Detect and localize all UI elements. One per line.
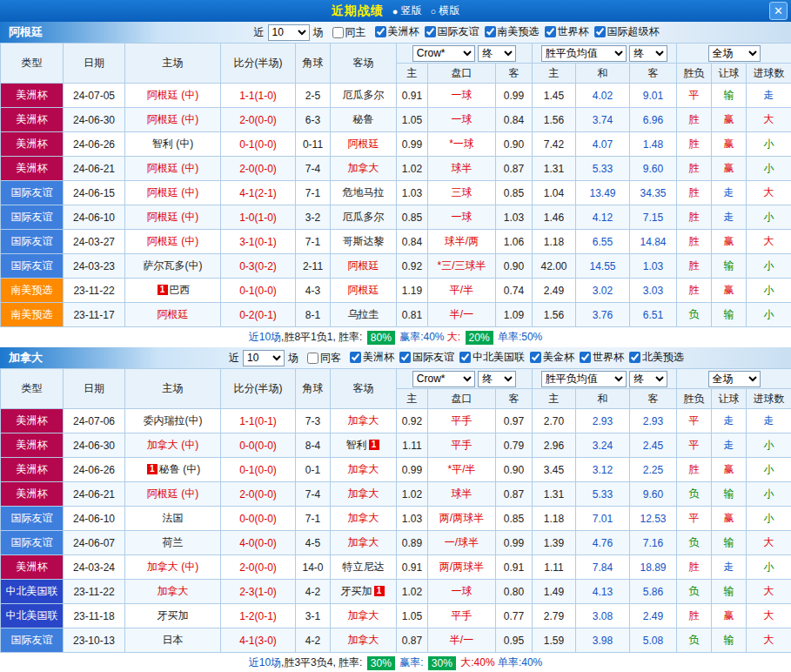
- fulltime-select[interactable]: 全场: [708, 371, 761, 387]
- fulltime-header: 全场: [677, 44, 791, 64]
- competition-checkbox[interactable]: [580, 352, 591, 363]
- team-name: 阿根廷: [348, 138, 379, 150]
- competition-filter[interactable]: 北美预选: [629, 350, 684, 365]
- away-team-cell: 秘鲁: [331, 108, 397, 132]
- wdl-result-cell: 平: [677, 433, 712, 458]
- competition-filter[interactable]: 美金杯: [530, 350, 574, 365]
- competition-filter[interactable]: 南美预选: [485, 24, 540, 39]
- competition-checkbox[interactable]: [425, 26, 436, 37]
- wdl-result-cell: 平: [677, 409, 712, 433]
- same-venue-checkbox[interactable]: [332, 27, 344, 38]
- wdl-result-cell: 胜: [677, 205, 712, 230]
- competition-checkbox[interactable]: [530, 352, 541, 363]
- competition-checkbox[interactable]: [399, 352, 411, 363]
- wdl-stage-select[interactable]: 终: [629, 371, 667, 387]
- close-button[interactable]: ✕: [769, 2, 788, 20]
- corner-cell: 8-4: [296, 433, 331, 458]
- fulltime-select[interactable]: 全场: [708, 45, 761, 62]
- competition-checkbox[interactable]: [459, 352, 471, 363]
- handicap-cell: 一/球半: [428, 531, 496, 555]
- lose-odds-cell: 9.60: [630, 157, 677, 181]
- date-column-header: 日期: [64, 369, 125, 409]
- handicap-result-cell: 输: [712, 531, 747, 555]
- odds-stage-select[interactable]: 终: [478, 371, 516, 387]
- odds-stage-select[interactable]: 终: [478, 45, 516, 62]
- lose-odds-cell: 7.16: [630, 531, 677, 555]
- lose-odds-cell: 18.89: [630, 555, 677, 580]
- handicap-cell: 三球: [428, 181, 496, 205]
- home-team-cell: 牙买加: [125, 604, 221, 628]
- competition-filter[interactable]: 世界杯: [580, 350, 624, 365]
- competition-filter[interactable]: 世界杯: [545, 24, 589, 39]
- home-team-cell: 荷兰: [125, 531, 221, 555]
- lose-odds-cell: 5.08: [630, 628, 677, 653]
- handicap-result-cell: 赢: [712, 132, 747, 157]
- competition-filters: 美洲杯国际友谊南美预选世界杯国际超级杯: [370, 24, 660, 40]
- lose-odds-cell: 7.15: [630, 205, 677, 230]
- competition-filter[interactable]: 美洲杯: [375, 24, 419, 39]
- wdl-average-select[interactable]: 胜平负均值: [541, 371, 627, 387]
- away-odds-cell: 0.91: [496, 555, 533, 580]
- match-row: 南美预选23-11-221巴西0-1(0-0)4-3阿根廷1.19平/半0.74…: [1, 279, 791, 303]
- wdl-result-cell: 负: [677, 580, 712, 604]
- competition-filter[interactable]: 国际友谊: [399, 350, 454, 365]
- odds-company-select[interactable]: Crow*: [412, 371, 475, 387]
- competition-checkbox[interactable]: [545, 26, 556, 37]
- wdl-average-select[interactable]: 胜平负均值: [541, 45, 627, 62]
- team-name: 加拿大: [348, 536, 379, 548]
- subheader-away-odds: 客: [496, 64, 533, 84]
- wdl-result-cell: 负: [677, 482, 712, 507]
- same-venue-filter[interactable]: 同主: [332, 25, 366, 40]
- handicap-result-cell: 走: [712, 181, 747, 205]
- competition-cell: 国际友谊: [1, 531, 64, 555]
- wdl-result-cell: 负: [677, 628, 712, 653]
- home-team-cell: 阿根廷: [125, 303, 221, 327]
- win-odds-cell: 1.49: [533, 580, 576, 604]
- away-odds-cell: 0.90: [496, 458, 533, 482]
- date-cell: 24-06-10: [64, 507, 125, 531]
- handicap-result-cell: 赢: [712, 279, 747, 303]
- subheader-goals-result: 进球数: [747, 64, 791, 84]
- draw-odds-cell: 13.49: [576, 181, 630, 205]
- competition-checkbox[interactable]: [594, 26, 606, 37]
- team-name: 加拿大: [348, 512, 379, 524]
- competition-filter[interactable]: 国际超级杯: [594, 24, 660, 39]
- draw-odds-cell: 4.07: [576, 132, 630, 157]
- competition-checkbox[interactable]: [350, 352, 361, 363]
- competition-checkbox[interactable]: [629, 352, 640, 363]
- lose-odds-cell: 34.35: [630, 181, 677, 205]
- subheader-draw: 和: [576, 389, 630, 409]
- home-team-cell: 阿根廷 (中): [125, 84, 221, 108]
- recent-count-select[interactable]: 10: [268, 24, 310, 41]
- odds-company-select[interactable]: Crow*: [412, 45, 475, 62]
- win-odds-cell: 1.31: [533, 482, 576, 507]
- recent-count-select[interactable]: 10: [243, 350, 285, 366]
- competition-filter[interactable]: 国际友谊: [425, 24, 479, 39]
- goals-result-cell: 小: [747, 132, 791, 157]
- date-cell: 23-11-17: [64, 303, 125, 327]
- home-team-cell: 加拿大 (中): [125, 555, 221, 580]
- handicap-result-cell: 输: [712, 628, 747, 653]
- wdl-stage-select[interactable]: 终: [629, 45, 667, 62]
- competition-checkbox[interactable]: [375, 26, 386, 37]
- date-cell: 24-06-10: [64, 205, 125, 230]
- home-column-header: 主场: [125, 369, 221, 409]
- fulltime-header: 全场: [677, 369, 791, 389]
- vertical-label: 竖版: [401, 3, 422, 18]
- competition-filter[interactable]: 中北美国联: [459, 350, 525, 365]
- corner-cell: 8-1: [296, 303, 331, 327]
- same-venue-checkbox[interactable]: [307, 353, 318, 364]
- lose-odds-cell: 2.25: [630, 458, 677, 482]
- handicap-result-cell: 赢: [712, 157, 747, 181]
- away-team-cell: 智利1: [331, 433, 397, 458]
- competition-filter[interactable]: 美洲杯: [350, 350, 394, 365]
- layout-horizontal-option[interactable]: ○ 横版: [431, 3, 460, 18]
- competition-checkbox[interactable]: [485, 26, 496, 37]
- draw-odds-cell: 3.12: [576, 458, 630, 482]
- team-name: 加拿大 (中): [147, 439, 198, 451]
- handicap-cell: 球半/两: [428, 230, 496, 254]
- date-cell: 24-06-21: [64, 482, 125, 507]
- corner-cell: 4-2: [296, 580, 331, 604]
- same-venue-filter[interactable]: 同客: [307, 351, 341, 366]
- layout-vertical-option[interactable]: ● 竖版: [392, 3, 422, 18]
